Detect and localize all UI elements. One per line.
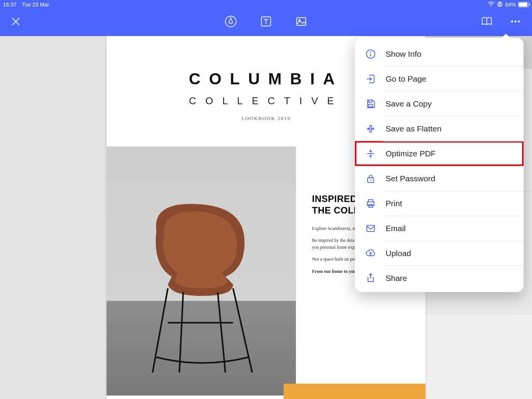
annotate-pen-button[interactable] <box>224 15 237 28</box>
close-button[interactable] <box>11 16 21 26</box>
menu-set-password[interactable]: Set Password <box>355 166 524 191</box>
svg-rect-23 <box>370 125 371 132</box>
svg-rect-21 <box>369 100 372 102</box>
cloud-upload-icon <box>365 248 376 259</box>
menu-upload[interactable]: Upload <box>355 241 524 266</box>
status-time: 16:37 <box>3 2 16 8</box>
menu-save-copy[interactable]: Save a Copy <box>355 91 524 116</box>
mail-icon <box>365 223 376 234</box>
menu-label: Show Info <box>386 49 421 59</box>
menu-print[interactable]: Print <box>355 191 524 216</box>
lock-icon <box>365 173 376 184</box>
status-bar: 16:37 Tue 23 Mar 84% <box>0 0 532 9</box>
svg-rect-29 <box>367 225 374 232</box>
share-icon <box>365 273 376 284</box>
accent-band <box>284 384 425 399</box>
menu-label: Go to Page <box>386 74 426 84</box>
orientation-lock-icon <box>497 1 503 8</box>
menu-label: Optimize PDF <box>386 149 436 158</box>
status-date: Tue 23 Mar <box>22 2 49 8</box>
svg-point-10 <box>511 20 513 22</box>
svg-point-0 <box>491 6 491 7</box>
more-options-menu: Show Info Go to Page Save a Copy Save as… <box>355 38 524 292</box>
menu-save-flatten[interactable]: Save as Flatten <box>355 116 524 141</box>
svg-rect-2 <box>499 4 501 5</box>
menu-share[interactable]: Share <box>355 266 524 291</box>
menu-go-to-page[interactable]: Go to Page <box>355 66 524 91</box>
battery-icon <box>518 2 529 7</box>
text-tool-button[interactable] <box>259 15 273 28</box>
reader-view-button[interactable] <box>481 15 493 28</box>
menu-label: Save a Copy <box>386 99 432 108</box>
menu-label: Save as Flatten <box>386 124 442 133</box>
svg-point-12 <box>518 20 520 22</box>
svg-point-20 <box>370 51 371 53</box>
more-menu-button[interactable] <box>510 16 521 27</box>
wifi-icon <box>488 2 494 8</box>
svg-point-26 <box>370 179 371 181</box>
page-arrow-icon <box>365 73 376 85</box>
svg-line-16 <box>218 292 225 373</box>
menu-email[interactable]: Email <box>355 216 524 241</box>
menu-label: Share <box>386 274 407 283</box>
flatten-icon <box>365 123 376 135</box>
menu-optimize-pdf[interactable]: Optimize PDF <box>355 141 524 166</box>
info-icon <box>365 48 376 60</box>
save-icon <box>365 98 376 110</box>
print-icon <box>365 198 376 209</box>
svg-line-15 <box>179 292 183 373</box>
hero-image <box>107 146 296 396</box>
optimize-icon <box>365 148 376 159</box>
menu-label: Print <box>386 199 402 208</box>
menu-show-info[interactable]: Show Info <box>355 41 524 66</box>
svg-point-11 <box>514 20 516 22</box>
battery-percent: 84% <box>505 2 516 8</box>
app-toolbar <box>0 9 532 36</box>
image-tool-button[interactable] <box>295 15 308 28</box>
svg-rect-7 <box>297 18 306 25</box>
svg-rect-22 <box>369 104 373 107</box>
menu-label: Email <box>386 224 406 233</box>
menu-label: Set Password <box>386 174 435 183</box>
menu-label: Upload <box>386 249 411 258</box>
